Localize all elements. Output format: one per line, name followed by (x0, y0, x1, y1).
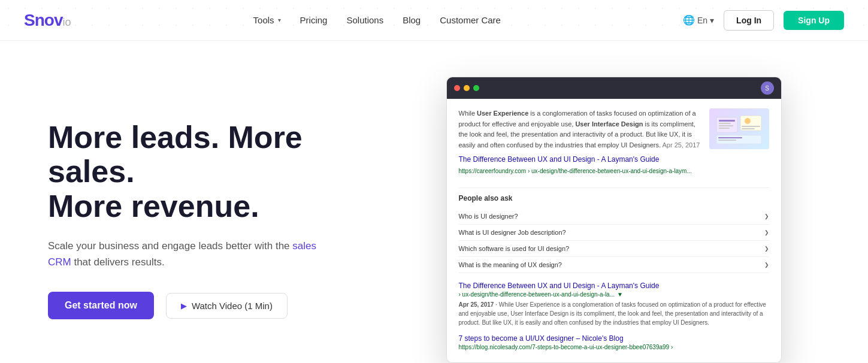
paa-item-1[interactable]: Who is UI designer? ❯ (459, 208, 769, 225)
browser-mockup: S While User Experience is a conglomerat… (446, 77, 782, 363)
chevron-down-icon: ▾ (278, 17, 281, 23)
result3-url: https://blog.nicolesady.com/7-steps-to-b… (459, 344, 673, 350)
hero-cta: Get started now ▶ Watch Video (1 Min) (48, 292, 359, 319)
svg-rect-8 (742, 128, 755, 129)
browser-avatar: S (761, 81, 774, 95)
paa-chevron-4: ❯ (764, 262, 769, 268)
logo-io: io (62, 16, 71, 29)
svg-rect-1 (719, 120, 735, 122)
navbar: Snov io Tools ▾ Pricing Solutions Blog C… (0, 0, 868, 41)
browser-dot-green (473, 85, 479, 91)
nav-pricing[interactable]: Pricing (300, 15, 328, 25)
nav-customer-care[interactable]: Customer Care (440, 15, 501, 25)
logo-snov: Snov (24, 11, 62, 30)
search-result-2: The Difference Between UX and UI Design … (459, 282, 769, 327)
login-button[interactable]: Log In (724, 10, 774, 31)
play-icon: ▶ (181, 301, 187, 310)
globe-icon: 🌐 (683, 14, 695, 26)
result3-title[interactable]: 7 steps to become a UI/UX designer – Nic… (459, 334, 769, 343)
browser-dot-red (454, 85, 460, 91)
hero-subtitle: Scale your business and engage leads bet… (48, 238, 323, 270)
nav-links: Tools ▾ Pricing Solutions Blog Customer … (253, 15, 501, 25)
svg-rect-7 (742, 126, 760, 127)
get-started-button[interactable]: Get started now (48, 292, 154, 319)
result2-url-row: › ux-design/the-difference-between-ux-an… (459, 291, 769, 298)
nav-blog[interactable]: Blog (403, 15, 421, 25)
nav-right: 🌐 En ▾ Log In Sign Up (683, 10, 844, 31)
svg-rect-11 (718, 140, 736, 141)
paa-item-4[interactable]: What is the meaning of UX design? ❯ (459, 257, 769, 273)
search-text-block: While User Experience is a conglomeratio… (459, 108, 701, 176)
hero-left: More leads. More sales. More revenue. Sc… (48, 120, 359, 319)
paa-item-3[interactable]: Which software is used for UI design? ❯ (459, 241, 769, 257)
lang-label: En (697, 16, 707, 25)
search-link-url: https://careerfoundry.com › ux-design/th… (459, 168, 692, 174)
people-also-ask: People also ask Who is UI designer? ❯ Wh… (459, 194, 769, 273)
result2-snippet: Apr 25, 2017 · While User Experience is … (459, 300, 769, 327)
paa-item-2[interactable]: What is UI designer Job description? ❯ (459, 225, 769, 241)
search-card: While User Experience is a conglomeratio… (459, 108, 769, 176)
hero-section: More leads. More sales. More revenue. Sc… (0, 41, 868, 363)
divider (459, 187, 769, 188)
logo[interactable]: Snov io (24, 11, 71, 30)
paa-chevron-1: ❯ (764, 213, 769, 219)
browser-bar: S (447, 77, 781, 99)
watch-video-label: Watch Video (1 Min) (192, 301, 273, 311)
hero-right: S While User Experience is a conglomerat… (359, 77, 844, 363)
result3-url-row: https://blog.nicolesady.com/7-steps-to-b… (459, 344, 769, 350)
svg-rect-10 (718, 137, 742, 138)
svg-rect-2 (719, 123, 731, 124)
browser-dot-yellow (464, 85, 470, 91)
result2-title[interactable]: The Difference Between UX and UI Design … (459, 282, 769, 290)
svg-rect-3 (719, 125, 733, 126)
svg-point-6 (745, 118, 751, 124)
signup-button[interactable]: Sign Up (784, 11, 844, 30)
search-thumbnail (709, 108, 769, 149)
paa-chevron-2: ❯ (764, 229, 769, 235)
tools-label: Tools (253, 15, 274, 25)
search-link-title[interactable]: The Difference Between UX and UI Design … (459, 155, 701, 164)
search-body-text: While User Experience is a conglomeratio… (459, 108, 701, 150)
nav-solutions[interactable]: Solutions (346, 15, 383, 25)
result2-arrow: ▼ (617, 291, 623, 298)
language-selector[interactable]: 🌐 En ▾ (683, 14, 714, 26)
thumbnail-illustration (715, 113, 763, 146)
nav-tools[interactable]: Tools ▾ (253, 15, 281, 25)
paa-chevron-3: ❯ (764, 246, 769, 252)
svg-rect-0 (716, 117, 737, 132)
result2-url: › ux-design/the-difference-between-ux-an… (459, 291, 615, 298)
browser-content: While User Experience is a conglomeratio… (447, 99, 781, 362)
lang-chevron-icon: ▾ (710, 16, 714, 25)
search-result-3: 7 steps to become a UI/UX designer – Nic… (459, 334, 769, 350)
paa-title: People also ask (459, 194, 769, 202)
watch-video-button[interactable]: ▶ Watch Video (1 Min) (166, 293, 288, 319)
svg-rect-4 (719, 128, 730, 129)
result2-date: Apr 25, 2017 (459, 301, 494, 308)
search-date: Apr 25, 2017 (662, 141, 700, 149)
hero-heading: More leads. More sales. More revenue. (48, 120, 359, 223)
